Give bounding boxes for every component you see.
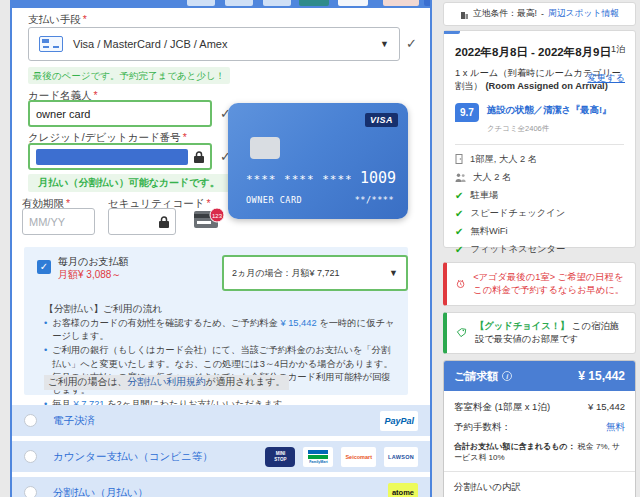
divider — [455, 144, 624, 145]
stay-dates: 2022年8月8日 - 2022年8月9日 — [455, 45, 624, 60]
good-choice-text: 【グッドチョイス！】 この宿泊施設で最安値のお部屋です — [475, 320, 626, 346]
building-icon — [460, 10, 469, 19]
list-item: •お客様のカードの有効性を確認するため、ご予約料金 ¥ 15,442 を一時的に… — [44, 317, 396, 343]
review-count: クチコミ全2406件 — [487, 124, 549, 133]
familymart-logo: FamilyMart — [303, 447, 333, 467]
installment-checkbox[interactable]: ✓ — [37, 260, 51, 274]
card-brand-chip — [263, 0, 291, 6]
payment-accordion-header-strip[interactable] — [12, 0, 430, 8]
tag-icon — [456, 324, 467, 342]
card-number-input[interactable] — [28, 143, 212, 170]
seicomart-logo: Seicomart — [341, 447, 376, 467]
urgency-alert-card: <アゴダ最後の1室> ご希望の日程をこの料金で予約するならお早めに。 — [443, 262, 636, 306]
installment-flow-title: 【分割払い】ご利用の流れ — [44, 303, 162, 316]
credit-card-preview: VISA **** **** **** 1009 OWNER CARD **/*… — [228, 103, 408, 219]
payment-method-select[interactable]: Visa / MasterCard / JCB / Amex ▼ — [28, 27, 400, 61]
card-brand-chip — [187, 0, 215, 6]
installment-monthly-amount: 月額¥ 3,088～ — [58, 268, 121, 282]
amenity-speed-checkin: ✔スピードチェックイン — [455, 207, 624, 220]
room-fee-row: 客室料金 (1部屋 x 1泊) ¥ 15,442 — [454, 401, 625, 414]
installment-breakdown-title: 分割払いの内訳 — [454, 481, 625, 494]
card-chip-graphic — [250, 137, 280, 159]
cvv-location-icon: 123 — [193, 207, 225, 233]
card-brand-chip — [424, 0, 430, 6]
payment-method-value: Visa / MasterCard / JCB / Amex — [73, 38, 227, 50]
accent-dash — [444, 31, 460, 34]
expiry-input[interactable]: MM/YY — [22, 208, 95, 235]
billing-title: ご請求額 — [454, 369, 498, 384]
installment-terms-link[interactable]: 分割払い利用規約 — [127, 376, 206, 387]
amenity-fitness-center: ✔フィットネスセンター — [455, 243, 624, 256]
installment-ok-note: 月払い（分割払い）可能なカードです。 — [28, 174, 230, 192]
billing-header: ご請求額i ¥ 15,442 — [444, 361, 635, 391]
location-note-card: 立地条件：最高! - 周辺スポット情報 — [443, 2, 636, 26]
installment-option-box: ✓ 毎月のお支払額 月額¥ 3,088～ 2ヵ月の場合：月額¥ 7,721 ▼ … — [24, 247, 408, 395]
urgency-text: <アゴダ最後の1室> ご希望の日程をこの料金で予約するならお早めに。 — [473, 271, 626, 297]
door-icon — [455, 154, 463, 164]
card-brand-chip — [225, 0, 253, 6]
card-brand-chip — [383, 0, 419, 6]
installment-term-select[interactable]: 2ヵ月の場合：月額¥ 7,721 ▼ — [222, 255, 408, 291]
lock-icon — [194, 151, 204, 163]
occupancy-adults: 大人 2 名 — [455, 171, 624, 184]
radio-button[interactable] — [24, 486, 37, 497]
card-name-input[interactable]: owner card — [28, 100, 212, 127]
lock-icon — [159, 216, 169, 228]
method-valid-check-icon: ✓ — [406, 36, 417, 51]
chevron-down-icon: ▼ — [389, 268, 398, 278]
rating-badge: 9.7 — [455, 103, 479, 122]
billing-summary-card: ご請求額i ¥ 15,442 客室料金 (1部屋 x 1泊) ¥ 15,442 … — [443, 360, 636, 497]
occupancy-rooms: 1部屋, 大人 2 名 — [455, 153, 624, 166]
billing-total: ¥ 15,442 — [578, 369, 625, 383]
atome-logo: atome — [388, 483, 418, 497]
lawson-logo: LAWSON — [384, 447, 418, 467]
masked-card-number — [36, 149, 188, 165]
amenity-free-wifi: ✔無料WiFi — [455, 225, 624, 238]
cvv-input[interactable] — [108, 208, 176, 235]
payment-row-counter[interactable]: カウンター支払い（コンビニ等） MINI STOP FamilyMart Sei… — [12, 441, 430, 472]
payment-row-epayment[interactable]: 電子決済 PayPal — [12, 405, 430, 436]
rating-row: 9.7 施設の状態／清潔さ『最高!』 クチコミ全2406件 — [455, 103, 624, 135]
installment-terms-note: ご利用の場合は、分割払い利用規約が適用されます。 — [44, 375, 289, 390]
amenity-parking: ✔駐車場 — [455, 189, 624, 202]
credit-card-payment-panel: 支払い手段* Visa / MasterCard / JCB / Amex ▼ … — [10, 0, 432, 497]
ministop-logo: MINI STOP — [265, 447, 295, 467]
installment-label: 毎月のお支払額 — [58, 255, 128, 269]
nights-count: 1泊 — [611, 43, 625, 56]
visa-logo: VISA — [365, 113, 398, 127]
nearby-spots-link[interactable]: 周辺スポット情報 — [548, 8, 619, 20]
last-page-note: 最後のページです。予約完了まであと少し！ — [28, 67, 230, 84]
taxes-included-note: 合計お支払い額に含まれるもの： 税金 7%, サービス料 10% — [454, 441, 625, 463]
location-text: 立地条件：最高! — [473, 8, 537, 20]
stay-summary-card: 2022年8月8日 - 2022年8月9日 1泊 1 x ルーム（到着時にルーム… — [443, 30, 636, 248]
checkout-page: 支払い手段* Visa / MasterCard / JCB / Amex ▼ … — [0, 0, 640, 497]
cleanliness-rating-link[interactable]: 施設の状態／清潔さ『最高!』 — [487, 104, 611, 117]
payment-method-label: 支払い手段* — [28, 13, 87, 27]
card-number-preview: **** **** **** 1009 — [246, 169, 396, 187]
good-choice-card: 【グッドチョイス！】 この宿泊施設で最安値のお部屋です — [443, 312, 636, 354]
credit-card-icon — [39, 36, 63, 52]
radio-button[interactable] — [24, 414, 37, 427]
people-icon — [455, 173, 466, 182]
installment-flow-list: •お客様のカードの有効性を確認するため、ご予約料金 ¥ 15,442 を一時的に… — [44, 317, 396, 412]
chevron-down-icon: ▼ — [380, 39, 389, 49]
svg-text:123: 123 — [212, 213, 223, 219]
booking-fee-row: 予約手数料： 無料 — [454, 421, 625, 434]
divider — [444, 471, 635, 472]
clock-icon — [456, 275, 465, 293]
change-room-link[interactable]: 変更する — [587, 72, 625, 85]
payment-row-installment[interactable]: 分割払い（月払い） atome — [12, 477, 430, 497]
card-holder-preview: OWNER CARD **/**** — [246, 195, 394, 205]
paypal-logo: PayPal — [380, 411, 418, 431]
card-brand-chip — [338, 0, 368, 6]
info-icon[interactable]: i — [502, 371, 512, 381]
card-brand-chip — [299, 0, 329, 6]
radio-button[interactable] — [24, 450, 37, 463]
billing-body: 客室料金 (1部屋 x 1泊) ¥ 15,442 予約手数料： 無料 合計お支払… — [444, 391, 635, 497]
